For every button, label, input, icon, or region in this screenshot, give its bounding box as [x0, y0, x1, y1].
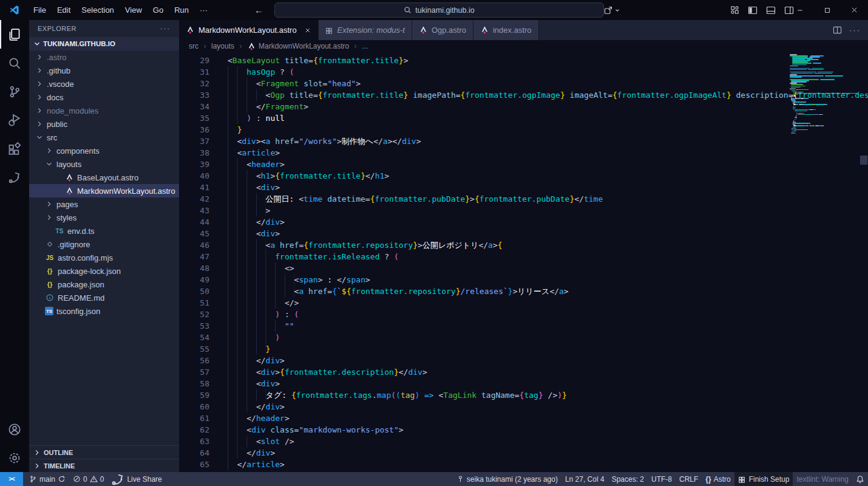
toggle-panel-icon[interactable] — [766, 5, 776, 15]
tree-item[interactable]: public — [29, 117, 179, 131]
menu-file[interactable]: File — [28, 3, 52, 17]
editor-more-icon[interactable]: ··· — [849, 26, 861, 35]
minimize-button[interactable] — [786, 0, 813, 20]
code-line[interactable]: 53"" — [179, 320, 868, 332]
code-line[interactable]: 65</article> — [179, 459, 868, 470]
minimap[interactable] — [790, 54, 859, 472]
run-task-icon[interactable] — [603, 5, 613, 15]
code-line[interactable]: 46<a href={frontmatter.repository}>公開レポジ… — [179, 239, 868, 251]
status-item[interactable] — [852, 472, 868, 486]
status-item[interactable]: Ln 27, Col 4 — [561, 472, 608, 486]
code-line[interactable]: 31hasOgp ? ( — [179, 66, 868, 78]
status-item[interactable]: seika tukinami (2 years ago) — [453, 472, 561, 486]
panel-timeline[interactable]: TIMELINE — [29, 459, 179, 472]
scrollbar-thumb[interactable] — [860, 156, 867, 165]
tab-index-astro[interactable]: index.astro — [473, 20, 539, 40]
tree-item[interactable]: JSastro.config.mjs — [29, 251, 179, 264]
code-line[interactable]: 40<h1>{frontmatter.title}</h1> — [179, 170, 868, 182]
code-line[interactable]: 54) — [179, 332, 868, 343]
code-line[interactable]: 37<div><a href="/works">制作物へ</a></div> — [179, 135, 868, 147]
activitybar-run-debug[interactable] — [0, 106, 29, 134]
menu-run[interactable]: Run — [169, 3, 194, 17]
close-tab-icon[interactable] — [304, 27, 311, 34]
tree-item[interactable]: src — [29, 131, 179, 144]
split-editor-icon[interactable] — [833, 26, 842, 35]
code-line[interactable]: 44</div> — [179, 216, 868, 228]
toggle-sidebar-icon[interactable] — [748, 5, 758, 15]
tree-item[interactable]: layouts — [29, 157, 179, 171]
tree-item[interactable]: {}package.json — [29, 278, 179, 291]
code-line[interactable]: 33<Ogp title={frontmatter.title} imagePa… — [179, 89, 868, 101]
code-line[interactable]: 38<article> — [179, 147, 868, 159]
menu-view[interactable]: View — [120, 3, 147, 17]
breadcrumb-item[interactable]: MarkdownWorkLayout.astro — [247, 42, 349, 51]
code-line[interactable]: 32<Fragment slot="head"> — [179, 78, 868, 89]
tree-item[interactable]: {}package-lock.json — [29, 264, 179, 278]
tree-item[interactable]: pages — [29, 197, 179, 211]
tree-item[interactable]: TStsconfig.json — [29, 304, 179, 318]
code-line[interactable]: 64</div> — [179, 447, 868, 459]
panel-outline[interactable]: OUTLINE — [29, 445, 179, 459]
code-line[interactable]: 49<span> : </span> — [179, 274, 868, 286]
code-line[interactable]: 34</Fragment> — [179, 101, 868, 112]
code-line[interactable]: 43> — [179, 205, 868, 216]
tree-item[interactable]: .vscode — [29, 77, 179, 91]
status-item[interactable]: textlint: Warning — [793, 472, 852, 486]
tab-extension-modus-t[interactable]: Extension: modus-t — [319, 20, 412, 40]
breadcrumb-item[interactable]: src — [189, 42, 198, 50]
menu-more[interactable]: ··· — [194, 3, 213, 17]
code-line[interactable]: 35) : null — [179, 112, 868, 124]
breadcrumb-item[interactable]: layouts — [211, 42, 234, 50]
code-line[interactable]: 36} — [179, 124, 868, 135]
breadcrumb-item[interactable]: ... — [362, 42, 368, 50]
tree-item[interactable]: README.md — [29, 291, 179, 304]
status-item[interactable]: main — [25, 472, 69, 486]
tree-item[interactable]: docs — [29, 91, 179, 104]
explorer-more-icon[interactable]: ··· — [160, 25, 171, 32]
code-line[interactable]: 58<div> — [179, 378, 868, 389]
activitybar-explorer[interactable] — [0, 20, 29, 49]
code-line[interactable]: 61</header> — [179, 412, 868, 424]
tree-item[interactable]: styles — [29, 211, 179, 224]
code-line[interactable]: 45<div> — [179, 228, 868, 239]
command-center-search[interactable]: tukinami.github.io — [274, 2, 604, 18]
code-line[interactable]: 55} — [179, 343, 868, 355]
customize-layout-icon[interactable] — [730, 5, 739, 15]
tree-item[interactable]: MarkdownWorkLayout.astro — [29, 184, 179, 197]
activitybar-live-share[interactable] — [0, 163, 29, 191]
nav-back-icon[interactable]: ← — [254, 5, 263, 15]
activitybar-settings-gear[interactable] — [0, 443, 29, 472]
menu-selection[interactable]: Selection — [76, 3, 119, 17]
code-line[interactable]: 48<> — [179, 262, 868, 274]
workspace-root[interactable]: TUKINAMI.GITHUB.IO — [29, 37, 179, 50]
remote-indicator[interactable]: >< — [0, 472, 23, 486]
code-line[interactable]: 39<header> — [179, 159, 868, 170]
activitybar-source-control[interactable] — [0, 77, 29, 106]
status-item[interactable]: 00 — [69, 472, 107, 486]
code-line[interactable]: 52) : ( — [179, 309, 868, 320]
menu-edit[interactable]: Edit — [52, 3, 76, 17]
tree-item[interactable]: TSenv.d.ts — [29, 224, 179, 238]
close-window-button[interactable] — [841, 0, 868, 20]
status-item[interactable]: Live Share — [107, 472, 165, 486]
maximize-button[interactable] — [813, 0, 841, 20]
activitybar-search[interactable] — [0, 49, 29, 77]
chevron-down-icon[interactable] — [614, 7, 620, 13]
scrollbar[interactable] — [860, 52, 868, 472]
code-line[interactable]: 29<BaseLayout title={frontmatter.title}> — [179, 55, 868, 66]
status-item[interactable]: Finish Setup — [734, 472, 793, 486]
tab-ogp-astro[interactable]: Ogp.astro — [412, 20, 473, 40]
tree-item[interactable]: .github — [29, 64, 179, 77]
code-line[interactable]: 60</div> — [179, 401, 868, 412]
code-line[interactable]: 59タグ: {frontmatter.tags.map((tag) => <Ta… — [179, 389, 868, 401]
code-editor[interactable]: 29<BaseLayout title={frontmatter.title}>… — [179, 52, 868, 472]
tree-item[interactable]: components — [29, 144, 179, 157]
status-item[interactable]: CRLF — [676, 472, 702, 486]
code-line[interactable]: 63<slot /> — [179, 436, 868, 447]
code-line[interactable]: 62<div class="markdown-works-post"> — [179, 424, 868, 436]
activitybar-account[interactable] — [0, 415, 29, 443]
tab-markdownworklayout-astro[interactable]: MarkdownWorkLayout.astro — [179, 20, 319, 40]
code-line[interactable]: 50<a href={`${frontmatter.repository}/re… — [179, 286, 868, 297]
code-line[interactable]: 56</div> — [179, 355, 868, 366]
code-line[interactable]: 47frontmatter.isReleased ? ( — [179, 251, 868, 262]
